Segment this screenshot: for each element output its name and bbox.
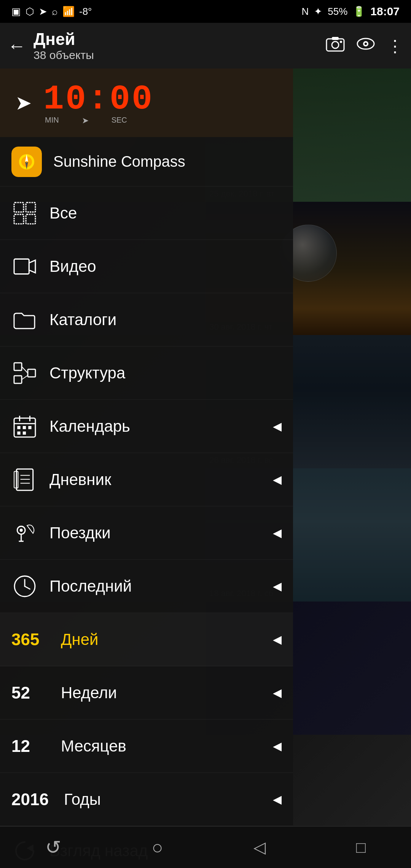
svg-rect-20 xyxy=(28,369,35,377)
last-arrow: ◀ xyxy=(273,579,282,593)
timer-labels: MIN ➤ SEC xyxy=(43,116,154,126)
menu-item-years2016[interactable]: 2016 Годы ◀ xyxy=(0,773,293,826)
svg-marker-17 xyxy=(29,260,35,273)
nav-icon: ➤ xyxy=(39,6,47,18)
battery-icon: 🔋 xyxy=(353,6,365,18)
nav-back-icon: ↺ xyxy=(45,836,61,858)
camera-button[interactable] xyxy=(326,34,345,57)
svg-rect-16 xyxy=(14,259,29,274)
menu-item-months12[interactable]: 12 Месяцев ◀ xyxy=(0,720,293,773)
menu-item-structure[interactable]: Структура xyxy=(0,346,293,400)
menu-item-catalogs[interactable]: Каталоги xyxy=(0,293,293,346)
menu-label-days365: Дней xyxy=(61,630,261,649)
timer-time: 10:00 xyxy=(43,80,154,119)
svg-rect-29 xyxy=(28,426,31,429)
structure-icon xyxy=(11,360,38,386)
menu-label-catalogs: Каталоги xyxy=(49,311,282,329)
weeks52-num: 52 xyxy=(11,683,46,702)
calendar-icon xyxy=(11,413,38,440)
days365-num: 365 xyxy=(11,630,46,649)
trips-icon xyxy=(11,520,38,546)
years2016-arrow: ◀ xyxy=(273,793,282,806)
svg-point-3 xyxy=(340,41,342,43)
video-icon xyxy=(11,253,38,280)
svg-rect-14 xyxy=(14,214,24,224)
bluetooth-icon: ✦ xyxy=(314,6,322,18)
nav-home-icon: ○ xyxy=(151,836,163,858)
menu-label-video: Видео xyxy=(49,257,282,276)
menu-label-calendar: Календарь xyxy=(49,417,261,436)
temp-label: -8° xyxy=(79,6,92,18)
menu-label-years2016: Годы xyxy=(64,790,261,809)
timer-sec-label: SEC xyxy=(112,116,127,126)
menu-item-last[interactable]: Последний ◀ xyxy=(0,560,293,613)
signal-icon: 📶 xyxy=(62,6,75,18)
menu-label-trips: Поездки xyxy=(49,524,261,542)
nav-location-icon: ◁ xyxy=(253,838,266,857)
timer-widget[interactable]: ➤ 10:00 MIN ➤ SEC xyxy=(0,69,293,137)
nav-home-button[interactable]: ○ xyxy=(151,836,163,858)
svg-rect-13 xyxy=(26,203,35,212)
title-block: Дней 38 объекты xyxy=(33,30,318,62)
svg-line-22 xyxy=(22,375,28,380)
drawer: ➤ 10:00 MIN ➤ SEC xyxy=(0,69,293,868)
folder-icon xyxy=(11,306,38,333)
status-right: N ✦ 55% 🔋 18:07 xyxy=(301,5,400,18)
menu-label-months12: Месяцев xyxy=(61,737,261,755)
toolbar-icons: ⋮ xyxy=(326,34,403,57)
eye-button[interactable] xyxy=(356,34,375,57)
more-button[interactable]: ⋮ xyxy=(387,36,403,56)
svg-rect-27 xyxy=(17,426,20,429)
svg-line-41 xyxy=(25,586,30,589)
status-bar: ▣ ⬡ ➤ ⌕ 📶 -8° N ✦ 55% 🔋 18:07 xyxy=(0,0,411,23)
timer-min-label: MIN xyxy=(45,116,59,126)
menu-item-weeks52[interactable]: 52 Недели ◀ xyxy=(0,666,293,720)
menu-item-days365[interactable]: 365 Дней ◀ xyxy=(0,613,293,666)
nav-back-button[interactable]: ↺ xyxy=(45,836,61,858)
svg-rect-0 xyxy=(327,39,344,51)
menu-label-diary: Дневник xyxy=(49,471,261,489)
menu-item-trips[interactable]: Поездки ◀ xyxy=(0,506,293,560)
main-area: 46,35 45,99 46,39 45,28 25 дек. 2018 г. … xyxy=(0,69,411,868)
clock-icon xyxy=(11,573,38,600)
menu-item-video[interactable]: Видео xyxy=(0,240,293,293)
svg-rect-28 xyxy=(23,426,26,429)
nav-location-button[interactable]: ◁ xyxy=(253,838,266,857)
timer-display: 10:00 MIN ➤ SEC xyxy=(43,80,154,126)
svg-point-1 xyxy=(332,41,339,48)
page-subtitle: 38 объекты xyxy=(33,49,318,62)
nfc-icon: N xyxy=(301,6,309,18)
top-bar: ← Дней 38 объекты ⋮ xyxy=(0,23,411,69)
years2016-num: 2016 xyxy=(11,790,49,809)
status-left: ▣ ⬡ ➤ ⌕ 📶 -8° xyxy=(11,6,92,18)
clock: 18:07 xyxy=(370,5,400,18)
back-button[interactable]: ← xyxy=(8,35,26,56)
svg-rect-12 xyxy=(14,203,24,212)
sunshine-compass-label: Sunshine Compass xyxy=(53,153,185,170)
nav-square-button[interactable]: □ xyxy=(356,838,366,857)
search-icon: ⌕ xyxy=(52,6,58,18)
svg-rect-15 xyxy=(26,214,35,224)
timer-arrow-small: ➤ xyxy=(82,116,89,126)
months12-num: 12 xyxy=(11,737,46,756)
menu-item-diary[interactable]: Дневник ◀ xyxy=(0,453,293,506)
menu-item-all[interactable]: Все xyxy=(0,187,293,240)
sunshine-compass-icon xyxy=(11,147,42,177)
months12-arrow: ◀ xyxy=(273,739,282,753)
page-title: Дней xyxy=(33,30,318,49)
menu-item-calendar[interactable]: Календарь ◀ xyxy=(0,400,293,453)
sim-icon: ▣ xyxy=(11,6,21,18)
svg-rect-31 xyxy=(23,431,26,434)
nav-square-icon: □ xyxy=(356,838,366,857)
trips-arrow: ◀ xyxy=(273,526,282,539)
svg-rect-2 xyxy=(332,37,339,40)
svg-rect-30 xyxy=(17,431,20,434)
menu-label-last: Последний xyxy=(49,577,261,595)
sunshine-compass-item[interactable]: Sunshine Compass xyxy=(0,137,293,187)
menu-label-weeks52: Недели xyxy=(61,684,261,702)
menu-label-all: Все xyxy=(49,204,282,222)
svg-point-38 xyxy=(20,528,23,531)
battery-label: 55% xyxy=(328,6,347,18)
svg-rect-18 xyxy=(14,363,22,370)
wifi-icon: ⬡ xyxy=(25,6,34,18)
